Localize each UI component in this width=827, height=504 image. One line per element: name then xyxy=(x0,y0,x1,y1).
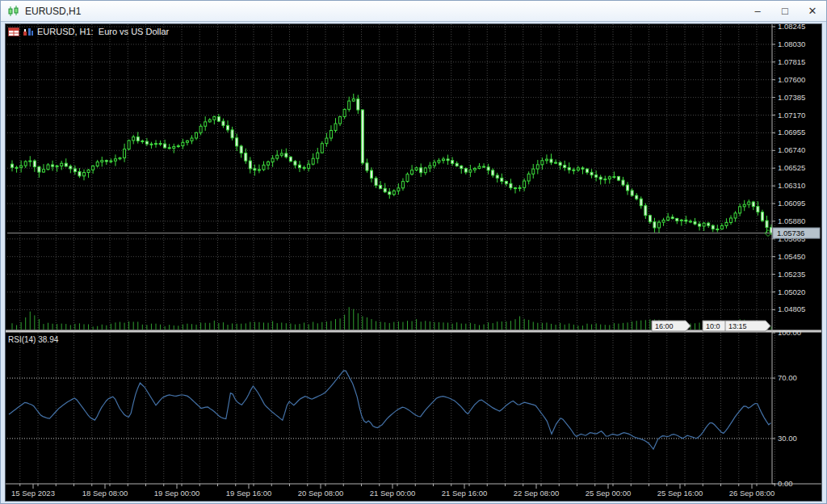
svg-text:16:00: 16:00 xyxy=(655,322,674,330)
svg-text:1.05880: 1.05880 xyxy=(778,216,805,225)
time-flags[interactable]: 16:0010:013:15 xyxy=(652,321,770,331)
candles xyxy=(11,94,773,235)
svg-text:19 Sep 16:00: 19 Sep 16:00 xyxy=(226,489,272,498)
chart-area[interactable]: EURUSD, H1: Euro vs US Dollar RSI(14) 38… xyxy=(5,23,822,502)
svg-text:22 Sep 08:00: 22 Sep 08:00 xyxy=(514,489,560,498)
title-bar: EURUSD,H1 – □ ✕ xyxy=(1,1,826,22)
svg-text:18 Sep 08:00: 18 Sep 08:00 xyxy=(82,489,128,498)
svg-text:1.05020: 1.05020 xyxy=(778,288,805,296)
chart-mode-icon[interactable] xyxy=(23,27,34,36)
svg-text:30.00: 30.00 xyxy=(778,434,797,443)
svg-text:1.05450: 1.05450 xyxy=(778,252,805,261)
chart-header: EURUSD, H1: Euro vs US Dollar xyxy=(8,27,169,36)
svg-text:1.08030: 1.08030 xyxy=(778,40,805,48)
app-icon xyxy=(7,6,20,17)
current-price-group: 1.05736 xyxy=(7,228,820,238)
price-axis[interactable]: 1.082451.080301.078151.076001.073851.071… xyxy=(772,24,805,488)
svg-text:1.07600: 1.07600 xyxy=(778,75,805,84)
maximize-button[interactable]: □ xyxy=(771,1,799,21)
close-button[interactable]: ✕ xyxy=(799,1,826,21)
chart-canvas[interactable]: 1.082451.080301.078151.076001.073851.071… xyxy=(6,24,821,501)
svg-text:1.06955: 1.06955 xyxy=(778,128,805,136)
svg-text:25 Sep 16:00: 25 Sep 16:00 xyxy=(657,489,703,498)
pane-separator xyxy=(6,330,821,333)
svg-text:100.00: 100.00 xyxy=(778,328,801,337)
svg-text:1.06740: 1.06740 xyxy=(778,145,805,154)
svg-text:26 Sep 08:00: 26 Sep 08:00 xyxy=(729,489,775,498)
chart-frame: EURUSD, H1: Euro vs US Dollar RSI(14) 38… xyxy=(1,22,826,504)
svg-text:13:15: 13:15 xyxy=(728,322,747,330)
svg-text:25 Sep 00:00: 25 Sep 00:00 xyxy=(586,489,632,498)
svg-text:1.04805: 1.04805 xyxy=(778,304,805,313)
svg-text:1.06095: 1.06095 xyxy=(778,199,805,208)
svg-text:15 Sep 2023: 15 Sep 2023 xyxy=(11,489,55,498)
time-axis[interactable]: 15 Sep 202318 Sep 08:0019 Sep 00:0019 Se… xyxy=(6,484,821,498)
app-window: EURUSD,H1 – □ ✕ xyxy=(0,0,827,504)
svg-text:19 Sep 00:00: 19 Sep 00:00 xyxy=(154,489,200,498)
minimize-button[interactable]: – xyxy=(744,1,771,21)
svg-text:1.07170: 1.07170 xyxy=(778,111,805,120)
svg-text:1.06310: 1.06310 xyxy=(778,181,805,190)
svg-text:1.05736: 1.05736 xyxy=(777,229,804,237)
svg-text:1.07385: 1.07385 xyxy=(778,93,805,102)
svg-text:70.00: 70.00 xyxy=(778,373,797,382)
svg-text:1.08245: 1.08245 xyxy=(778,24,805,31)
rsi-indicator-label: RSI(14) 38.94 xyxy=(8,335,58,344)
svg-text:1.07815: 1.07815 xyxy=(778,57,805,66)
window-controls: – □ ✕ xyxy=(744,1,826,21)
rsi-line xyxy=(9,371,771,449)
chart-symbol-label: EURUSD, H1: Euro vs US Dollar xyxy=(37,27,169,36)
window-title: EURUSD,H1 xyxy=(25,6,81,17)
svg-text:1.06525: 1.06525 xyxy=(778,163,805,172)
svg-text:21 Sep 16:00: 21 Sep 16:00 xyxy=(442,489,488,498)
svg-text:10:0: 10:0 xyxy=(706,322,720,330)
svg-text:1.05235: 1.05235 xyxy=(778,270,805,279)
svg-text:20 Sep 08:00: 20 Sep 08:00 xyxy=(298,489,344,498)
quotes-table-icon[interactable] xyxy=(8,27,19,36)
svg-text:21 Sep 00:00: 21 Sep 00:00 xyxy=(370,489,416,498)
